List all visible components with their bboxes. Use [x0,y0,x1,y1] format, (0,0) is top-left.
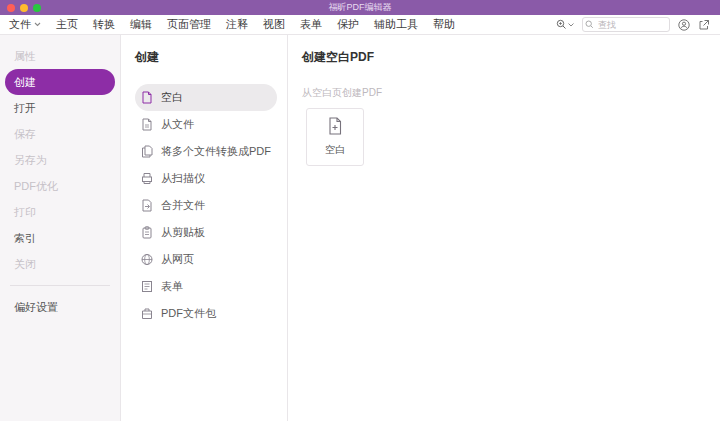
create-option-label: 表单 [161,279,183,294]
create-option-label: 从网页 [161,252,194,267]
web-page-icon [141,253,153,266]
from-file-icon [141,118,153,131]
create-panel: 创建 空白 从文件 将多个文件转换成PDF [121,35,288,421]
menu-convert[interactable]: 转换 [93,17,115,32]
combine-files-icon [141,199,153,212]
share-icon [698,19,710,31]
create-option-label: 将多个文件转换成PDF [161,144,271,159]
section-title: 创建空白PDF [302,49,720,66]
menu-page-organize[interactable]: 页面管理 [167,17,211,32]
share-button[interactable] [698,19,710,31]
window-title: 福昕PDF编辑器 [0,1,720,14]
blank-pdf-card-label: 空白 [325,143,345,157]
chevron-down-icon [568,23,574,27]
create-option-label: 从扫描仪 [161,171,205,186]
create-option-from-web-page[interactable]: 从网页 [135,246,277,273]
create-option-convert-multiple[interactable]: 将多个文件转换成PDF [135,138,277,165]
file-sidebar: 属性 创建 打开 保存 另存为 PDF优化 打印 索引 关闭 偏好设置 [0,35,121,421]
multiple-files-icon [141,145,153,158]
menu-form[interactable]: 表单 [300,17,322,32]
create-option-label: 合并文件 [161,198,205,213]
account-button[interactable] [678,19,690,31]
create-option-blank[interactable]: 空白 [135,84,277,111]
sidebar-item-preferences[interactable]: 偏好设置 [0,294,120,320]
sidebar-item-open[interactable]: 打开 [0,95,120,121]
create-options-list: 空白 从文件 将多个文件转换成PDF 从扫描仪 [135,84,287,327]
minimize-window-button[interactable] [20,4,28,12]
sidebar-item-pdf-optimize: PDF优化 [0,173,120,199]
sidebar-item-print: 打印 [0,199,120,225]
menubar: 文件 主页 转换 编辑 页面管理 注释 视图 表单 保护 辅助工具 帮助 [0,15,720,35]
create-option-from-scanner[interactable]: 从扫描仪 [135,165,277,192]
sidebar-item-save: 保存 [0,121,120,147]
chevron-down-icon [34,22,41,27]
menu-file[interactable]: 文件 [9,17,41,32]
sidebar-item-create[interactable]: 创建 [5,69,115,95]
sidebar-item-save-as: 另存为 [0,147,120,173]
backstage-view: 属性 创建 打开 保存 另存为 PDF优化 打印 索引 关闭 偏好设置 创建 空… [0,35,720,421]
sidebar-divider [10,285,110,286]
create-option-label: PDF文件包 [161,306,216,321]
section-subtitle: 从空白页创建PDF [302,86,720,100]
create-option-label: 空白 [161,90,183,105]
sidebar-item-index[interactable]: 索引 [0,225,120,251]
menu-protect[interactable]: 保护 [337,17,359,32]
magnifier-plus-icon [556,19,567,30]
close-window-button[interactable] [7,4,15,12]
create-option-combine-files[interactable]: 合并文件 [135,192,277,219]
find-box [582,17,670,32]
find-input[interactable] [582,17,670,32]
sidebar-item-close: 关闭 [0,251,120,277]
new-doc-plus-icon [327,117,343,137]
zoom-tool-button[interactable] [556,19,574,30]
titlebar: 福昕PDF编辑器 [0,0,720,15]
create-option-label: 从剪贴板 [161,225,205,240]
menu-view[interactable]: 视图 [263,17,285,32]
scanner-icon [141,172,153,185]
blank-doc-icon [141,91,153,104]
create-option-from-file[interactable]: 从文件 [135,111,277,138]
window-controls[interactable] [7,4,41,12]
menu-edit[interactable]: 编辑 [130,17,152,32]
menu-accessibility[interactable]: 辅助工具 [374,17,418,32]
menu-help[interactable]: 帮助 [433,17,455,32]
create-option-form[interactable]: 表单 [135,273,277,300]
create-option-pdf-portfolio[interactable]: PDF文件包 [135,300,277,327]
menu-home[interactable]: 主页 [56,17,78,32]
menubar-right-tools [556,17,710,32]
create-panel-title: 创建 [135,49,287,66]
form-icon [141,280,153,293]
zoom-window-button[interactable] [33,4,41,12]
pdf-package-icon [141,307,153,320]
blank-pdf-card[interactable]: 空白 [306,108,364,166]
account-icon [678,19,690,31]
create-option-label: 从文件 [161,117,194,132]
create-blank-pdf-section: 创建空白PDF 从空白页创建PDF 空白 [288,35,720,421]
clipboard-icon [141,226,153,239]
menu-file-label: 文件 [9,17,31,32]
create-option-from-clipboard[interactable]: 从剪贴板 [135,219,277,246]
menu-comment[interactable]: 注释 [226,17,248,32]
sidebar-item-properties: 属性 [0,43,120,69]
